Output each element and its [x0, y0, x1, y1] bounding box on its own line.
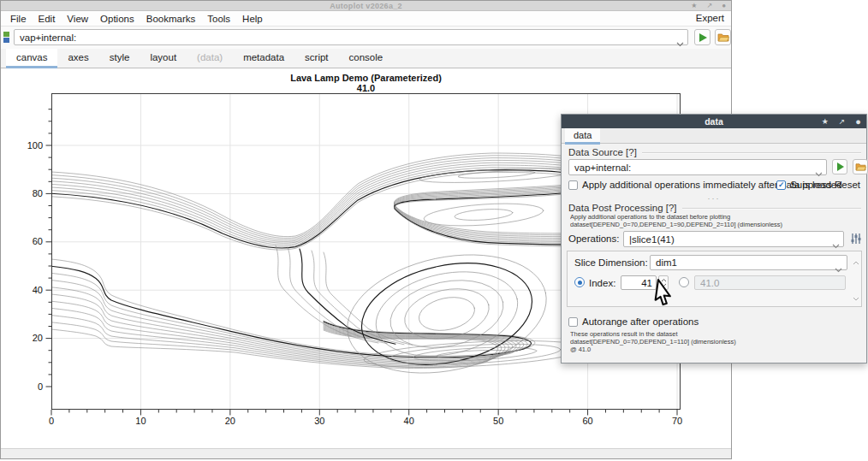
menu-tools[interactable]: Tools	[201, 14, 236, 24]
slice-dimension-label: Slice Dimension:	[574, 257, 648, 268]
address-bar	[1, 27, 731, 49]
tab-metadata[interactable]: metadata	[233, 49, 294, 68]
index-radio[interactable]	[574, 277, 585, 287]
tab-data[interactable]: (data)	[187, 49, 233, 68]
datasource-status-icon	[3, 32, 10, 44]
go-button[interactable]	[694, 29, 710, 45]
svg-text:30: 30	[314, 416, 324, 426]
index-spinner-field[interactable]	[621, 275, 657, 290]
suppress-reset-checkbox[interactable]: ✓	[776, 180, 786, 190]
window-title: Autoplot v2026a_2	[1, 2, 731, 10]
slice-panel: Slice Dimension: Index:	[567, 251, 862, 307]
menu-view[interactable]: View	[61, 14, 94, 24]
svg-text:40: 40	[33, 285, 43, 295]
panel-scroll-up-icon[interactable]	[853, 253, 859, 269]
folder-icon	[717, 33, 729, 42]
index-label: Index:	[589, 278, 615, 288]
svg-text:0: 0	[49, 416, 54, 426]
menu-bookmarks[interactable]: Bookmarks	[140, 14, 202, 24]
suppress-reset-checkbox-row[interactable]: ✓ Suppress Reset	[776, 180, 860, 190]
panel-scroll-down-icon[interactable]	[853, 289, 859, 304]
tab-axes[interactable]: axes	[57, 49, 98, 68]
dialog-expand-icon[interactable]: ↗	[839, 118, 846, 126]
menu-file[interactable]: File	[4, 14, 33, 24]
autorange-checkbox[interactable]	[568, 317, 578, 327]
menu-items: FileEditViewOptionsBookmarksToolsHelp	[4, 14, 269, 24]
dialog-pin-icon[interactable]: ★	[822, 118, 829, 126]
tab-canvas[interactable]: canvas	[6, 49, 57, 68]
autorange-label: Autorange after operations	[582, 316, 699, 327]
window-titlebar[interactable]: Autoplot v2026a_2 ★ ↗ ●	[1, 1, 731, 11]
svg-text:60: 60	[33, 236, 43, 246]
svg-text:70: 70	[672, 416, 682, 426]
slice-dimension-select[interactable]	[650, 255, 847, 270]
window-menu-icon[interactable]: ●	[722, 3, 726, 9]
dialog-play-icon	[837, 163, 844, 171]
dialog-tabrow: data	[562, 128, 866, 144]
slice-dimension-dropdown-icon[interactable]	[835, 261, 842, 276]
svg-text:20: 20	[225, 416, 235, 426]
dialog-open-file-button[interactable]	[853, 159, 868, 174]
svg-text:60: 60	[582, 416, 592, 426]
menu-help[interactable]: Help	[236, 14, 269, 24]
status-bar	[1, 448, 731, 458]
svg-text:100: 100	[27, 140, 43, 151]
mouse-cursor	[652, 278, 681, 310]
svg-text:0: 0	[38, 381, 43, 392]
tab-script[interactable]: script	[294, 49, 338, 68]
expand-icon[interactable]: ↗	[706, 3, 712, 9]
tab-layout[interactable]: layout	[140, 49, 187, 68]
menu-options[interactable]: Options	[94, 14, 140, 24]
tab-console[interactable]: console	[339, 49, 394, 68]
splitter-handle[interactable]: ···	[562, 194, 866, 203]
dialog-menu-icon[interactable]: ●	[855, 117, 861, 127]
menu-bar: FileEditViewOptionsBookmarksToolsHelp Ex…	[1, 11, 731, 27]
result-line-2: dataset[DEPEND_0=70,DEPEND_1=110] (dimen…	[570, 338, 861, 346]
dataset-descriptor: dataset[DEPEND_0=70,DEPEND_1=90,DEPEND_2…	[570, 221, 861, 228]
expert-mode-label: Expert	[696, 13, 724, 23]
operations-editor-icon[interactable]	[849, 232, 863, 245]
svg-text:10: 10	[135, 416, 146, 426]
uri-input[interactable]	[14, 29, 688, 45]
dialog-tab-data[interactable]: data	[565, 128, 600, 144]
apply-operations-checkbox[interactable]	[568, 180, 578, 190]
dialog-uri-dropdown-icon[interactable]	[815, 165, 823, 180]
post-processing-group-header: Data Post Processing [?]	[568, 203, 861, 213]
data-dialog: data ★ ↗ ● data Data Source [?] Apply ad…	[561, 114, 867, 363]
dialog-go-button[interactable]	[832, 159, 847, 174]
dialog-uri-input[interactable]	[568, 159, 827, 175]
result-line-3: @ 41.0	[570, 346, 861, 353]
data-source-group-header: Data Source [?]	[568, 147, 861, 157]
play-icon	[699, 33, 707, 42]
menu-edit[interactable]: Edit	[33, 14, 62, 24]
main-tabs: canvasaxesstylelayout(data)metadatascrip…	[1, 49, 731, 68]
open-file-button[interactable]	[715, 29, 731, 45]
post-processing-group-label[interactable]: Data Post Processing [?]	[568, 203, 677, 213]
pin-icon[interactable]: ★	[691, 3, 697, 9]
tab-style[interactable]: style	[99, 49, 140, 68]
autorange-checkbox-row[interactable]: Autorange after operations	[568, 316, 699, 327]
index-value-field	[694, 275, 846, 290]
suppress-reset-label: Suppress Reset	[790, 180, 860, 190]
post-processing-hint: Apply additional operations to the datas…	[570, 213, 861, 221]
data-source-group-label[interactable]: Data Source [?]	[568, 147, 637, 157]
svg-text:40: 40	[404, 416, 414, 426]
dialog-title: data	[562, 116, 866, 127]
dialog-folder-icon	[855, 163, 866, 171]
result-line-1: These operations result in the dataset	[570, 330, 861, 338]
svg-text:80: 80	[33, 188, 43, 198]
operations-input[interactable]	[623, 231, 844, 247]
dialog-titlebar[interactable]: data ★ ↗ ●	[562, 115, 866, 128]
svg-text:20: 20	[33, 333, 43, 343]
svg-text:50: 50	[493, 416, 503, 426]
operations-label: Operations:	[568, 233, 619, 244]
